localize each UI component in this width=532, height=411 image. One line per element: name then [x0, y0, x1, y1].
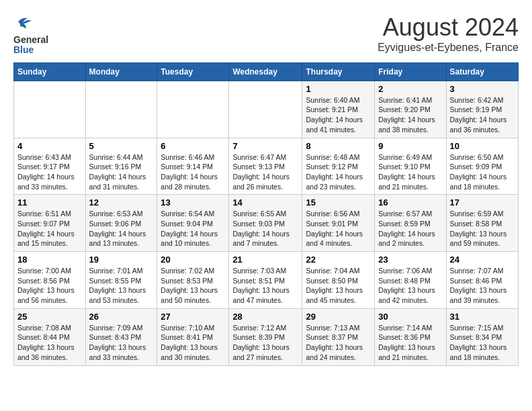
day-number: 31: [450, 312, 515, 322]
calendar-cell: 8Sunrise: 6:48 AM Sunset: 9:12 PM Daylig…: [302, 138, 375, 195]
day-number: 22: [306, 255, 371, 265]
day-number: 26: [89, 312, 154, 322]
day-info: Sunrise: 7:00 AM Sunset: 8:56 PM Dayligh…: [17, 266, 82, 306]
page-header: General Blue August 2024 Eyvigues-et-Eyb…: [13, 13, 519, 56]
calendar-week-row: 11Sunrise: 6:51 AM Sunset: 9:07 PM Dayli…: [14, 195, 519, 252]
col-header-monday: Monday: [85, 62, 157, 81]
day-number: 17: [450, 197, 515, 208]
subtitle: Eyvigues-et-Eybenes, France: [378, 42, 519, 54]
day-number: 1: [306, 84, 371, 94]
calendar-week-row: 18Sunrise: 7:00 AM Sunset: 8:56 PM Dayli…: [14, 252, 519, 309]
calendar-cell: 17Sunrise: 6:59 AM Sunset: 8:58 PM Dayli…: [446, 195, 519, 252]
calendar-cell: 16Sunrise: 6:57 AM Sunset: 8:59 PM Dayli…: [375, 195, 446, 252]
calendar-week-row: 25Sunrise: 7:08 AM Sunset: 8:44 PM Dayli…: [14, 308, 519, 365]
day-number: 4: [17, 141, 82, 151]
day-info: Sunrise: 6:57 AM Sunset: 8:59 PM Dayligh…: [378, 209, 442, 248]
day-number: 30: [378, 312, 442, 322]
day-info: Sunrise: 7:08 AM Sunset: 8:44 PM Dayligh…: [17, 323, 82, 363]
day-info: Sunrise: 7:07 AM Sunset: 8:46 PM Dayligh…: [450, 266, 515, 306]
calendar-table: SundayMondayTuesdayWednesdayThursdayFrid…: [13, 62, 519, 366]
day-info: Sunrise: 6:40 AM Sunset: 9:21 PM Dayligh…: [306, 95, 371, 135]
calendar-cell: 5Sunrise: 6:44 AM Sunset: 9:16 PM Daylig…: [85, 138, 157, 195]
day-info: Sunrise: 6:42 AM Sunset: 9:19 PM Dayligh…: [450, 95, 515, 135]
col-header-friday: Friday: [375, 62, 446, 81]
calendar-cell: 12Sunrise: 6:53 AM Sunset: 9:06 PM Dayli…: [85, 195, 157, 252]
day-info: Sunrise: 7:13 AM Sunset: 8:37 PM Dayligh…: [306, 323, 371, 363]
calendar-cell: 28Sunrise: 7:12 AM Sunset: 8:39 PM Dayli…: [229, 308, 302, 365]
day-info: Sunrise: 6:50 AM Sunset: 9:09 PM Dayligh…: [450, 152, 515, 192]
day-info: Sunrise: 7:10 AM Sunset: 8:41 PM Dayligh…: [161, 323, 225, 363]
col-header-sunday: Sunday: [14, 62, 86, 81]
day-number: 3: [450, 84, 515, 94]
day-number: 24: [450, 255, 515, 265]
day-info: Sunrise: 6:51 AM Sunset: 9:07 PM Dayligh…: [17, 209, 82, 248]
calendar-cell: 18Sunrise: 7:00 AM Sunset: 8:56 PM Dayli…: [14, 252, 86, 309]
col-header-tuesday: Tuesday: [157, 62, 229, 81]
day-number: 21: [232, 255, 298, 265]
calendar-cell: [157, 81, 229, 138]
calendar-cell: 2Sunrise: 6:41 AM Sunset: 9:20 PM Daylig…: [375, 81, 446, 138]
day-number: 16: [378, 197, 442, 208]
day-number: 27: [161, 312, 225, 322]
day-number: 7: [232, 141, 298, 151]
day-number: 11: [17, 197, 82, 208]
logo-text-blue: Blue: [13, 44, 34, 55]
calendar-body: 1Sunrise: 6:40 AM Sunset: 9:21 PM Daylig…: [14, 81, 519, 365]
day-info: Sunrise: 6:54 AM Sunset: 9:04 PM Dayligh…: [161, 209, 225, 248]
col-header-wednesday: Wednesday: [229, 62, 302, 81]
day-number: 8: [306, 141, 371, 151]
day-number: 19: [89, 255, 154, 265]
day-info: Sunrise: 7:15 AM Sunset: 8:34 PM Dayligh…: [450, 323, 515, 363]
day-info: Sunrise: 6:59 AM Sunset: 8:58 PM Dayligh…: [450, 209, 515, 248]
calendar-cell: 26Sunrise: 7:09 AM Sunset: 8:43 PM Dayli…: [85, 308, 157, 365]
day-number: 13: [161, 197, 225, 208]
day-number: 28: [232, 312, 298, 322]
calendar-cell: 24Sunrise: 7:07 AM Sunset: 8:46 PM Dayli…: [446, 252, 519, 309]
day-info: Sunrise: 7:09 AM Sunset: 8:43 PM Dayligh…: [89, 323, 154, 363]
calendar-cell: 31Sunrise: 7:15 AM Sunset: 8:34 PM Dayli…: [446, 308, 519, 365]
day-number: 2: [378, 84, 442, 94]
title-block: August 2024 Eyvigues-et-Eybenes, France: [378, 13, 519, 54]
calendar-cell: 25Sunrise: 7:08 AM Sunset: 8:44 PM Dayli…: [14, 308, 86, 365]
calendar-cell: 4Sunrise: 6:43 AM Sunset: 9:17 PM Daylig…: [14, 138, 86, 195]
day-info: Sunrise: 7:14 AM Sunset: 8:36 PM Dayligh…: [378, 323, 442, 363]
day-info: Sunrise: 7:02 AM Sunset: 8:53 PM Dayligh…: [161, 266, 225, 306]
calendar-header-row: SundayMondayTuesdayWednesdayThursdayFrid…: [14, 62, 519, 81]
day-number: 20: [161, 255, 225, 265]
col-header-thursday: Thursday: [302, 62, 375, 81]
day-number: 12: [89, 197, 154, 208]
day-number: 15: [306, 197, 371, 208]
calendar-cell: 7Sunrise: 6:47 AM Sunset: 9:13 PM Daylig…: [229, 138, 302, 195]
main-title: August 2024: [378, 13, 519, 42]
calendar-cell: 3Sunrise: 6:42 AM Sunset: 9:19 PM Daylig…: [446, 81, 519, 138]
calendar-cell: 13Sunrise: 6:54 AM Sunset: 9:04 PM Dayli…: [157, 195, 229, 252]
day-number: 29: [306, 312, 371, 322]
day-info: Sunrise: 6:48 AM Sunset: 9:12 PM Dayligh…: [306, 152, 371, 192]
col-header-saturday: Saturday: [446, 62, 519, 81]
day-number: 9: [378, 141, 442, 151]
day-info: Sunrise: 7:12 AM Sunset: 8:39 PM Dayligh…: [232, 323, 298, 363]
calendar-cell: 21Sunrise: 7:03 AM Sunset: 8:51 PM Dayli…: [229, 252, 302, 309]
calendar-cell: 15Sunrise: 6:56 AM Sunset: 9:01 PM Dayli…: [302, 195, 375, 252]
day-number: 23: [378, 255, 442, 265]
day-number: 14: [232, 197, 298, 208]
calendar-week-row: 4Sunrise: 6:43 AM Sunset: 9:17 PM Daylig…: [14, 138, 519, 195]
calendar-cell: [14, 81, 86, 138]
logo-bird-icon: [13, 13, 32, 32]
calendar-cell: 9Sunrise: 6:49 AM Sunset: 9:10 PM Daylig…: [375, 138, 446, 195]
day-info: Sunrise: 7:06 AM Sunset: 8:48 PM Dayligh…: [378, 266, 442, 306]
calendar-cell: 11Sunrise: 6:51 AM Sunset: 9:07 PM Dayli…: [14, 195, 86, 252]
calendar-cell: 30Sunrise: 7:14 AM Sunset: 8:36 PM Dayli…: [375, 308, 446, 365]
day-number: 18: [17, 255, 82, 265]
day-number: 6: [161, 141, 225, 151]
calendar-cell: 1Sunrise: 6:40 AM Sunset: 9:21 PM Daylig…: [302, 81, 375, 138]
day-number: 25: [17, 312, 82, 322]
calendar-cell: 27Sunrise: 7:10 AM Sunset: 8:41 PM Dayli…: [157, 308, 229, 365]
day-info: Sunrise: 6:55 AM Sunset: 9:03 PM Dayligh…: [232, 209, 298, 248]
logo: General Blue: [13, 13, 48, 56]
day-info: Sunrise: 6:41 AM Sunset: 9:20 PM Dayligh…: [378, 95, 442, 135]
calendar-cell: 23Sunrise: 7:06 AM Sunset: 8:48 PM Dayli…: [375, 252, 446, 309]
calendar-cell: 29Sunrise: 7:13 AM Sunset: 8:37 PM Dayli…: [302, 308, 375, 365]
day-info: Sunrise: 7:03 AM Sunset: 8:51 PM Dayligh…: [232, 266, 298, 306]
day-info: Sunrise: 6:47 AM Sunset: 9:13 PM Dayligh…: [232, 152, 298, 192]
